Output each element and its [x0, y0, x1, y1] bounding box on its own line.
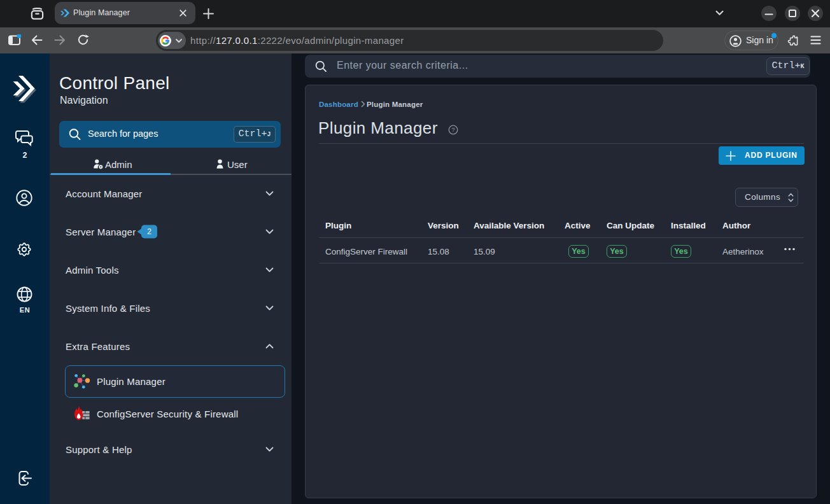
- svg-text:?: ?: [451, 126, 454, 133]
- svg-text:2: 2: [147, 227, 151, 236]
